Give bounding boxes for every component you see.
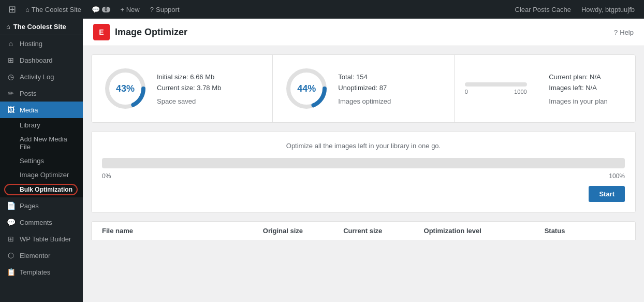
stats-row: 43% Initial size: 6.66 Mb Current size: … — [91, 54, 636, 123]
plan-progress-bg — [465, 82, 527, 87]
sidebar-item-wp-table-builder[interactable]: ⊞ WP Table Builder — [0, 231, 83, 247]
admin-bar: ⊞ ⌂ The Coolest Site 💬 0 + New ? Support… — [0, 0, 644, 19]
col-current: Current size — [343, 227, 423, 235]
posts-icon: ✏ — [6, 89, 16, 97]
adminbar-new[interactable]: + New — [115, 0, 145, 19]
sidebar-site-name[interactable]: ⌂ The Coolest Site — [0, 19, 83, 35]
site-icon: ⌂ — [25, 6, 30, 13]
plan-card-label: Images in your plan — [549, 97, 625, 105]
submenu-image-optimizer[interactable]: Image Optimizer — [0, 168, 83, 182]
dashboard-icon: ⊞ — [6, 56, 16, 64]
wp-logo-icon[interactable]: ⊞ — [4, 4, 20, 15]
elementor-logo: E — [93, 24, 110, 40]
bulk-actions: Start — [102, 186, 625, 202]
home-icon: ⌂ — [6, 23, 10, 31]
comments-icon: 💬 — [92, 6, 100, 13]
images-left-label: Images left: N/A — [549, 83, 625, 94]
adminbar-comments[interactable]: 💬 0 — [86, 0, 115, 19]
sidebar-item-media[interactable]: 🖼 Media — [0, 102, 83, 118]
sidebar-item-activity-log[interactable]: ◷ Activity Log — [0, 68, 83, 85]
adminbar-site[interactable]: ⌂ The Coolest Site — [20, 0, 86, 19]
sidebar-item-pages[interactable]: 📄 Pages — [0, 197, 83, 214]
adminbar-howdy: Howdy, btgptuujfb — [581, 6, 635, 13]
col-filename: File name — [102, 227, 263, 235]
comments-sidebar-icon: 💬 — [6, 218, 16, 226]
main-content: E Image Optimizer ? Help 43% — [83, 19, 644, 302]
help-link[interactable]: ? Help — [614, 28, 634, 36]
templates-icon: 📋 — [6, 268, 16, 276]
clear-cache-label: Clear Posts Cache — [515, 6, 571, 13]
plan-max: 1000 — [514, 89, 526, 95]
sidebar-item-hosting[interactable]: ⌂ Hosting — [0, 35, 83, 52]
media-submenu: Library Add New Media File Settings Imag… — [0, 118, 83, 197]
bulk-opt-badge: Bulk Optimization — [4, 184, 78, 195]
current-plan-label: Current plan: N/A — [549, 72, 625, 83]
total-label: Total: 154 — [338, 72, 443, 83]
adminbar-support[interactable]: ? Support — [145, 0, 185, 19]
col-optlevel: Optimization level — [424, 227, 545, 235]
bulk-description: Optimize all the images left in your lib… — [102, 142, 625, 150]
stat-space-saved: 43% Initial size: 6.66 Mb Current size: … — [92, 55, 273, 122]
adminbar-user[interactable]: Howdy, btgptuujfb — [576, 0, 640, 19]
unoptimized-label: Unoptimized: 87 — [338, 83, 443, 94]
sidebar-item-comments[interactable]: 💬 Comments — [0, 214, 83, 231]
sidebar: ⌂ The Coolest Site ⌂ Hosting ⊞ Dashboard… — [0, 19, 83, 302]
sidebar-item-elementor[interactable]: ⬡ Elementor — [0, 247, 83, 264]
table-header: File name Original size Current size Opt… — [91, 221, 636, 240]
space-saved-chart: 43% — [102, 65, 149, 112]
col-original: Original size — [263, 227, 343, 235]
space-saved-info: Initial size: 6.66 Mb Current size: 3.78… — [157, 72, 262, 106]
plan-info: Current plan: N/A Images left: N/A Image… — [549, 72, 625, 106]
activity-icon: ◷ — [6, 73, 16, 81]
bulk-progress-min: 0% — [102, 172, 111, 180]
adminbar-support-label: Support — [156, 6, 180, 13]
table-builder-icon: ⊞ — [6, 235, 16, 243]
plan-progress-labels: 0 1000 — [465, 89, 527, 95]
stat-plan: 0 1000 Current plan: N/A Images left: N/… — [455, 55, 635, 122]
question-icon: ? — [150, 6, 154, 13]
adminbar-site-name: The Coolest Site — [32, 6, 81, 13]
images-optimized-percent: 44% — [297, 83, 316, 94]
space-saved-percent: 43% — [116, 83, 135, 94]
sidebar-item-templates[interactable]: 📋 Templates — [0, 264, 83, 280]
page-header: E Image Optimizer ? Help — [83, 19, 644, 46]
submenu-add-new[interactable]: Add New Media File — [0, 132, 83, 154]
bulk-progress-max: 100% — [609, 172, 625, 180]
start-button[interactable]: Start — [589, 186, 625, 202]
page-title: Image Optimizer — [115, 27, 187, 38]
page-header-left: E Image Optimizer — [93, 24, 187, 40]
stat-images-optimized: 44% Total: 154 Unoptimized: 87 Images op… — [273, 55, 454, 122]
help-icon: ? — [614, 28, 618, 36]
clear-cache-button[interactable]: Clear Posts Cache — [510, 0, 576, 19]
submenu-bulk-optimization[interactable]: Bulk Optimization — [0, 182, 83, 197]
plan-progress-wrap: 0 1000 — [465, 82, 541, 95]
pages-icon: 📄 — [6, 202, 16, 210]
bulk-section: Optimize all the images left in your lib… — [91, 131, 636, 213]
sidebar-item-dashboard[interactable]: ⊞ Dashboard — [0, 52, 83, 68]
images-optimized-chart: 44% — [283, 65, 330, 112]
comments-count: 0 — [102, 7, 110, 12]
images-optimized-info: Total: 154 Unoptimized: 87 Images optimi… — [338, 72, 443, 106]
elementor-icon: ⬡ — [6, 251, 16, 260]
sidebar-item-posts[interactable]: ✏ Posts — [0, 85, 83, 102]
bulk-progress-labels: 0% 100% — [102, 172, 625, 180]
col-status: Status — [545, 227, 625, 235]
bulk-progress-bg — [102, 158, 625, 168]
media-icon: 🖼 — [6, 106, 16, 114]
plan-min: 0 — [465, 89, 468, 95]
submenu-library[interactable]: Library — [0, 118, 83, 132]
images-optimized-label: Images optimized — [338, 97, 443, 105]
initial-size-label: Initial size: 6.66 Mb — [157, 72, 262, 83]
hosting-icon: ⌂ — [6, 39, 16, 48]
submenu-settings[interactable]: Settings — [0, 154, 83, 168]
space-saved-label: Space saved — [157, 97, 262, 105]
adminbar-new-label: + New — [121, 6, 140, 13]
current-size-label: Current size: 3.78 Mb — [157, 83, 262, 94]
